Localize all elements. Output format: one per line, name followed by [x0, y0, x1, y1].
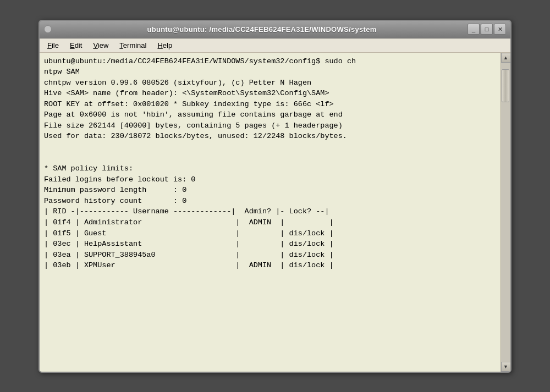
scrollbar: ▲ ▼ [501, 53, 510, 372]
menu-edit[interactable]: Edit [64, 40, 87, 51]
menu-view[interactable]: View [87, 40, 114, 51]
maximize-button[interactable]: □ [481, 24, 493, 35]
terminal-output[interactable]: ubuntu@ubuntu:/media/CC24FEB624FEA31E/WI… [40, 53, 501, 372]
window-controls: _ □ ✕ [468, 24, 506, 35]
menu-file[interactable]: File [42, 40, 64, 51]
scroll-track[interactable] [501, 63, 510, 362]
menu-bar: File Edit View Terminal Help [40, 38, 510, 53]
terminal-body: ubuntu@ubuntu:/media/CC24FEB624FEA31E/WI… [40, 53, 510, 372]
menu-help[interactable]: Help [152, 40, 178, 51]
window-icon [44, 25, 52, 33]
menu-terminal[interactable]: Terminal [114, 40, 152, 51]
scroll-thumb[interactable] [502, 69, 509, 102]
minimize-button[interactable]: _ [468, 24, 480, 35]
window-title: ubuntu@ubuntu: /media/CC24FEB624FEA31E/W… [56, 25, 468, 34]
scroll-down-button[interactable]: ▼ [501, 362, 511, 372]
terminal-window: ubuntu@ubuntu: /media/CC24FEB624FEA31E/W… [38, 20, 512, 373]
close-button[interactable]: ✕ [494, 24, 506, 35]
title-bar: ubuntu@ubuntu: /media/CC24FEB624FEA31E/W… [40, 21, 510, 38]
scroll-up-button[interactable]: ▲ [501, 53, 511, 63]
